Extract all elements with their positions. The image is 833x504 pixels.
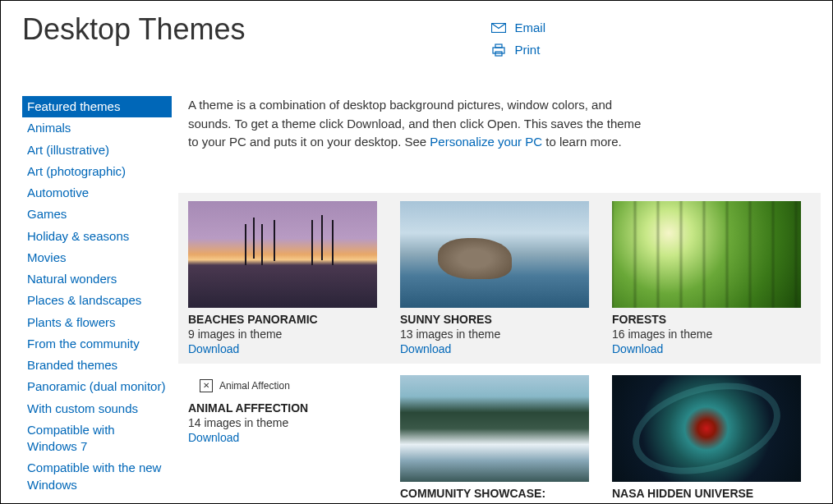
sidebar: Featured themes Animals Art (illustrativ… bbox=[22, 96, 172, 500]
theme-subtitle: 16 images in theme bbox=[612, 328, 809, 341]
main-content: A theme is a combination of desktop back… bbox=[172, 96, 811, 500]
svg-rect-2 bbox=[493, 48, 504, 53]
sidebar-item-panoramic[interactable]: Panoramic (dual monitor) bbox=[22, 376, 172, 397]
theme-title: BEACHES PANORAMIC bbox=[188, 313, 385, 326]
theme-card-nasa: NASA HIDDEN UNIVERSE bbox=[612, 375, 809, 500]
sidebar-item-compat-win7[interactable]: Compatible with Windows 7 bbox=[22, 419, 172, 458]
email-label: Email bbox=[514, 21, 545, 34]
download-link[interactable]: Download bbox=[188, 342, 385, 355]
sidebar-item-holiday-seasons[interactable]: Holiday & seasons bbox=[22, 226, 172, 247]
theme-thumb[interactable] bbox=[612, 201, 801, 308]
theme-thumb[interactable] bbox=[400, 201, 589, 308]
sidebar-item-movies[interactable]: Movies bbox=[22, 247, 172, 268]
page-title: Desktop Themes bbox=[22, 12, 245, 47]
sidebar-item-games[interactable]: Games bbox=[22, 204, 172, 225]
sidebar-item-art-illustrative[interactable]: Art (illustrative) bbox=[22, 140, 172, 161]
theme-title: COMMUNITY SHOWCASE: bbox=[400, 487, 597, 500]
intro-after: to learn more. bbox=[542, 135, 622, 149]
sidebar-item-branded-themes[interactable]: Branded themes bbox=[22, 355, 172, 376]
email-icon bbox=[491, 21, 506, 34]
sidebar-item-animals[interactable]: Animals bbox=[22, 117, 172, 139]
theme-subtitle: 13 images in theme bbox=[400, 328, 597, 341]
sidebar-item-custom-sounds[interactable]: With custom sounds bbox=[22, 398, 172, 419]
sidebar-item-plants-flowers[interactable]: Plants & flowers bbox=[22, 312, 172, 333]
placeholder-label: Animal Affection bbox=[219, 380, 290, 392]
theme-title: NASA HIDDEN UNIVERSE bbox=[612, 487, 809, 500]
theme-card-community-showcase: COMMUNITY SHOWCASE: bbox=[400, 375, 597, 500]
email-link[interactable]: Email bbox=[491, 21, 545, 34]
sidebar-item-natural-wonders[interactable]: Natural wonders bbox=[22, 268, 172, 290]
download-link[interactable]: Download bbox=[400, 342, 597, 355]
sidebar-item-places-landscapes[interactable]: Places & landscapes bbox=[22, 290, 172, 311]
theme-card-sunny-shores: SUNNY SHORES 13 images in theme Download bbox=[400, 201, 597, 355]
theme-subtitle: 14 images in theme bbox=[188, 416, 385, 429]
sidebar-item-art-photographic[interactable]: Art (photographic) bbox=[22, 161, 172, 182]
theme-thumb-missing[interactable]: ✕ Animal Affection bbox=[188, 375, 377, 396]
sidebar-item-compat-new-windows[interactable]: Compatible with the new Windows bbox=[22, 457, 172, 496]
print-label: Print bbox=[514, 43, 540, 57]
sidebar-item-from-community[interactable]: From the community bbox=[22, 333, 172, 355]
theme-title: SUNNY SHORES bbox=[400, 313, 597, 326]
theme-card-forests: FORESTS 16 images in theme Download bbox=[612, 201, 809, 355]
themes-row-featured: BEACHES PANORAMIC 9 images in theme Down… bbox=[178, 193, 821, 364]
theme-thumb[interactable] bbox=[188, 201, 377, 308]
theme-card-beaches: BEACHES PANORAMIC 9 images in theme Down… bbox=[188, 201, 385, 355]
theme-title: ANIMAL AFFFECTION bbox=[188, 401, 385, 415]
print-link[interactable]: Print bbox=[491, 43, 545, 57]
broken-image-icon: ✕ bbox=[200, 379, 213, 392]
print-icon bbox=[491, 44, 506, 57]
theme-thumb[interactable] bbox=[612, 375, 801, 482]
theme-subtitle: 9 images in theme bbox=[188, 328, 385, 341]
sidebar-item-automotive[interactable]: Automotive bbox=[22, 182, 172, 204]
intro-text: A theme is a combination of desktop back… bbox=[188, 96, 648, 152]
sidebar-item-featured[interactable]: Featured themes bbox=[22, 96, 172, 117]
theme-title: FORESTS bbox=[612, 313, 809, 326]
theme-thumb[interactable] bbox=[400, 375, 589, 482]
header-actions: Email Print bbox=[491, 21, 545, 65]
download-link[interactable]: Download bbox=[612, 342, 809, 355]
personalize-link[interactable]: Personalize your PC bbox=[430, 135, 542, 149]
theme-card-animal-affection: ✕ Animal Affection ANIMAL AFFFECTION 14 … bbox=[188, 375, 385, 500]
themes-row-second: ✕ Animal Affection ANIMAL AFFFECTION 14 … bbox=[188, 375, 811, 500]
download-link[interactable]: Download bbox=[188, 431, 385, 444]
